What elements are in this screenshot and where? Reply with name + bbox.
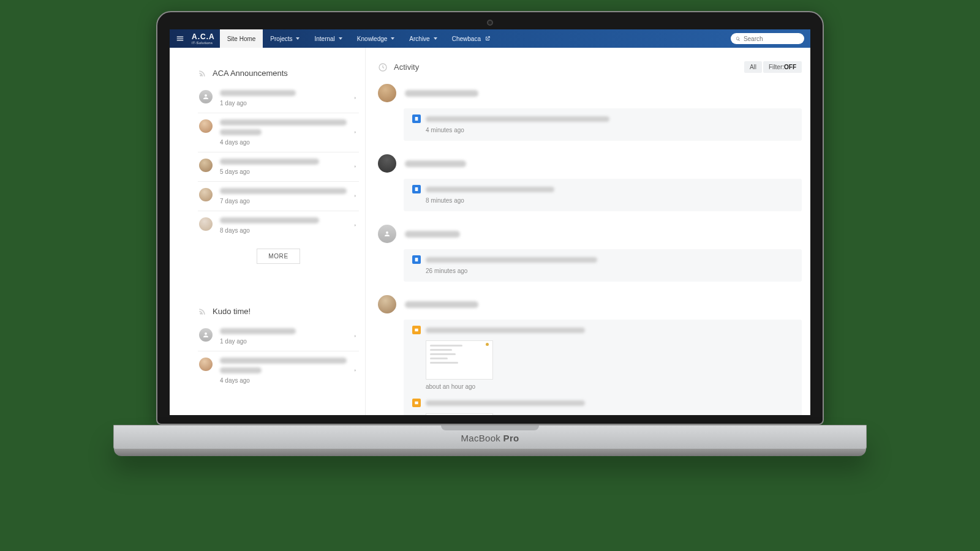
activity-meta: 26 minutes ago [426, 268, 793, 274]
announcement-meta: 1 day ago [220, 100, 358, 107]
announcement-item[interactable]: 8 days ago [198, 211, 359, 240]
filter-toggle[interactable]: Filter:OFF [763, 61, 802, 73]
topbar: A.C.A IT-Solutions Site Home Projects In… [170, 29, 810, 48]
announcement-meta: 4 days ago [220, 139, 358, 146]
actor-name-redacted [405, 301, 478, 308]
activity-title-redacted [426, 328, 585, 333]
avatar [378, 154, 396, 173]
announcement-item[interactable]: 4 days ago [198, 113, 359, 152]
attachment-thumbnail[interactable] [426, 340, 493, 380]
announcement-title-redacted [220, 188, 347, 194]
person-icon [383, 230, 391, 238]
laptop-frame: A.C.A IT-Solutions Site Home Projects In… [156, 11, 824, 451]
kudo-meta: 4 days ago [220, 377, 358, 384]
activity-card[interactable]: about an hour ago [404, 320, 802, 415]
kudo-item[interactable]: 4 days ago [198, 351, 359, 390]
tab-archive[interactable]: Archive [402, 29, 444, 48]
attachment-thumbnail[interactable] [426, 413, 493, 415]
image-icon [412, 326, 421, 334]
person-icon [202, 93, 209, 100]
svg-rect-2 [415, 187, 418, 191]
activity-title-redacted [426, 257, 597, 263]
activity-actor [378, 152, 802, 179]
kudo-title-redacted [220, 358, 347, 364]
announcements-header: ACA Announcements [198, 69, 359, 78]
announcement-title-redacted [220, 159, 319, 165]
kudo-title-redacted [220, 367, 262, 373]
activity-card[interactable]: 4 minutes ago [404, 108, 802, 141]
logo[interactable]: A.C.A IT-Solutions [190, 29, 220, 48]
filter-label: Filter: [769, 64, 784, 70]
screen-bezel: A.C.A IT-Solutions Site Home Projects In… [156, 11, 824, 425]
rss-icon [198, 69, 206, 78]
image-icon [412, 399, 421, 407]
svg-rect-3 [415, 258, 418, 261]
announcements-list: 1 day ago 4 days ago [198, 84, 359, 240]
actor-name-redacted [405, 160, 466, 167]
tab-projects[interactable]: Projects [263, 29, 307, 48]
announcement-meta: 5 days ago [220, 168, 358, 175]
tab-label: Site Home [227, 36, 256, 42]
activity-card[interactable]: 26 minutes ago [404, 249, 802, 282]
activity-card[interactable]: 8 minutes ago [404, 179, 802, 211]
filter-all[interactable]: All [744, 61, 762, 73]
tab-chewbaca[interactable]: Chewbaca [445, 29, 498, 48]
nav-tabs: Site Home Projects Internal Knowledge Ar… [220, 29, 498, 48]
actor-name-redacted [405, 90, 478, 97]
search-input[interactable] [744, 36, 799, 42]
announcement-title-redacted [220, 129, 262, 135]
document-icon [412, 255, 421, 264]
avatar [199, 217, 213, 231]
kudo-title: Kudo time! [213, 307, 251, 316]
clock-icon [378, 62, 388, 72]
chevron-down-icon [391, 37, 394, 40]
search-icon [736, 36, 741, 42]
person-icon [202, 331, 209, 339]
chevron-right-icon [353, 94, 358, 103]
tab-knowledge[interactable]: Knowledge [350, 29, 402, 48]
svg-rect-1 [415, 117, 418, 121]
tab-label: Projects [270, 36, 292, 42]
content-area: ACA Announcements 1 day ago [170, 48, 810, 415]
tab-label: Archive [409, 36, 429, 42]
menu-button[interactable] [170, 29, 190, 48]
avatar [199, 188, 213, 201]
kudo-item[interactable]: 1 day ago [198, 322, 359, 351]
activity-actor [378, 81, 802, 108]
chevron-right-icon [353, 332, 358, 341]
activity-actor [378, 222, 802, 249]
chevron-down-icon [434, 37, 437, 40]
announcement-title-redacted [220, 90, 296, 96]
avatar [378, 84, 396, 102]
chevron-right-icon [353, 192, 358, 201]
tab-site-home[interactable]: Site Home [220, 29, 263, 48]
hamburger-icon [176, 34, 184, 43]
chevron-right-icon [353, 163, 358, 171]
activity-title-redacted [426, 116, 609, 122]
tab-label: Chewbaca [452, 36, 481, 42]
chevron-down-icon [339, 37, 342, 40]
announcements-title: ACA Announcements [213, 69, 288, 78]
activity-meta: 4 minutes ago [426, 127, 793, 133]
laptop-base: MacBook Pro [113, 425, 867, 451]
more-button[interactable]: MORE [257, 249, 300, 264]
activity-header: Activity All Filter:OFF [378, 61, 802, 73]
activity-title-redacted [426, 400, 585, 406]
avatar [378, 295, 396, 313]
filter-state: OFF [784, 64, 796, 70]
kudo-meta: 1 day ago [220, 338, 358, 345]
tab-internal[interactable]: Internal [307, 29, 349, 48]
activity-filters: All Filter:OFF [744, 61, 802, 73]
activity-actor [378, 293, 802, 320]
chevron-down-icon [296, 37, 300, 40]
announcement-item[interactable]: 7 days ago [198, 182, 359, 211]
search-box[interactable] [731, 33, 804, 44]
logo-text: A.C.A [192, 32, 215, 41]
avatar [199, 358, 213, 371]
logo-subtext: IT-Solutions [192, 41, 215, 45]
announcement-item[interactable]: 1 day ago [198, 84, 359, 113]
announcement-item[interactable]: 5 days ago [198, 152, 359, 182]
avatar [378, 225, 396, 243]
camera-dot [487, 20, 493, 26]
kudo-header: Kudo time! [198, 307, 359, 316]
